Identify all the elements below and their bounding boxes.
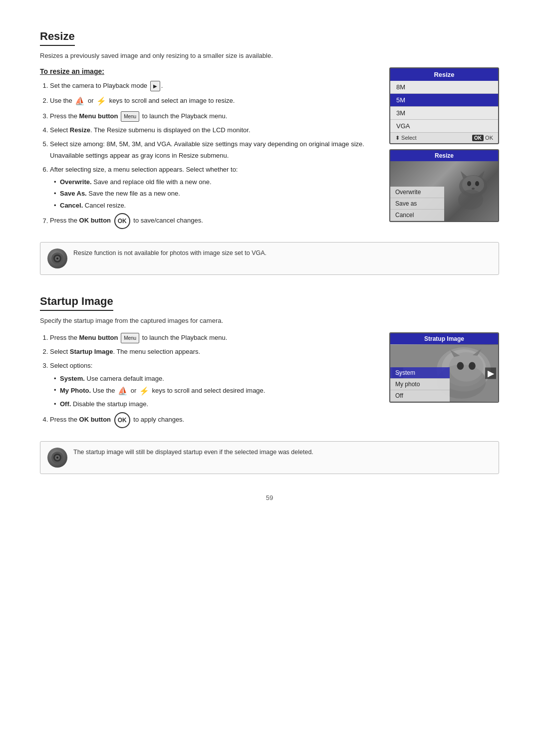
startup-bullet-off: Off. Disable the startup image.: [54, 399, 377, 409]
svg-marker-3: [478, 171, 485, 178]
camera-icon: [50, 251, 65, 266]
startup-bullet-myphoto: My Photo. Use the ⛵ or ⚡ keys to scroll …: [54, 385, 377, 397]
page-number: 59: [40, 494, 499, 502]
resize-bullet-overwrite: Overwrite. Save and replace old file wit…: [54, 177, 377, 187]
resize-title: Resize: [40, 30, 75, 46]
startup-scroll-left: ⛵: [118, 385, 128, 397]
resize-note-text: Resize function is not available for pho…: [73, 249, 267, 258]
startup-two-col: Press the Menu button Menu to launch the…: [40, 332, 499, 431]
resize-panel-2-title: Resize: [390, 150, 498, 161]
startup-menu-myphoto: My photo: [390, 379, 450, 390]
resize-step-3: Press the Menu button Menu to launch the…: [50, 111, 377, 122]
resize-step-1: Set the camera to Playback mode ▶.: [50, 80, 377, 91]
resize-left-content: To resize an image: Set the camera to Pl…: [40, 67, 377, 232]
resize-panel-1-title: Resize: [390, 68, 498, 81]
playback-icon: ▶: [150, 81, 160, 91]
startup-step-2: Select Startup Image. The menu selection…: [50, 346, 377, 357]
resize-intro: Resizes a previously saved image and onl…: [40, 52, 499, 59]
resize-menu-3m: 3M: [390, 107, 498, 120]
resize-overlay-menu: Overwrite Save as Cancel: [390, 187, 444, 221]
startup-left-col: Press the Menu button Menu to launch the…: [40, 332, 377, 431]
startup-right-col: Stratup Image ◀: [389, 332, 499, 403]
svg-point-11: [56, 257, 58, 259]
svg-point-6: [472, 188, 475, 190]
startup-photo-area: ◀ ▶ System My photo Off: [390, 344, 498, 402]
startup-note-text: The startup image will still be displaye…: [73, 448, 313, 457]
resize-menu-8m: 8M: [390, 81, 498, 94]
startup-panel: Stratup Image ◀: [389, 332, 499, 403]
startup-step-4: Press the OK button OK to apply changes.: [50, 412, 377, 428]
scroll-icon-right: ⚡: [96, 94, 106, 108]
resize-step-2: Use the ⛵ or ⚡ keys to scroll and select…: [50, 94, 377, 108]
startup-panel-title: Stratup Image: [390, 333, 498, 344]
startup-intro: Specify the startup image from the captu…: [40, 317, 499, 324]
startup-menu-system: System: [390, 367, 450, 379]
ok-label: OK OK: [472, 135, 493, 141]
startup-scroll-right: ⚡: [139, 385, 149, 397]
resize-bullet-cancel: Cancel. Cancel resize.: [54, 201, 377, 211]
scroll-icon-left: ⛵: [75, 94, 85, 108]
startup-bullet-system: System. Use camera default image.: [54, 374, 377, 384]
svg-point-5: [475, 181, 479, 186]
startup-step-1: Press the Menu button Menu to launch the…: [50, 332, 377, 343]
select-label: ⬍ Select: [395, 135, 417, 141]
resize-step-4: Select Resize. The Resize submenu is dis…: [50, 125, 377, 136]
overlay-saveas: Save as: [390, 198, 444, 210]
cat-silhouette-icon: [443, 164, 493, 214]
overlay-overwrite: Overwrite: [390, 187, 444, 198]
startup-nav-right-icon: ▶: [485, 367, 496, 379]
startup-menu-off: Off: [390, 390, 450, 402]
resize-note-box: Resize function is not available for pho…: [40, 242, 499, 275]
startup-camera-icon: [50, 450, 65, 465]
resize-bullets: Overwrite. Save and replace old file wit…: [50, 177, 377, 211]
note-icon: [47, 249, 67, 268]
startup-ok-button-icon: OK: [114, 412, 130, 428]
startup-note-icon: [47, 448, 67, 468]
svg-point-7: [458, 190, 483, 210]
startup-steps-list: Press the Menu button Menu to launch the…: [40, 332, 377, 428]
menu-icon: Menu: [121, 111, 139, 122]
resize-steps-list: Set the camera to Playback mode ▶. Use t…: [40, 80, 377, 229]
startup-title: Startup Image: [40, 295, 113, 311]
resize-step-7: Press the OK button OK to save/cancel ch…: [50, 213, 377, 229]
ok-button-icon: OK: [114, 213, 130, 229]
svg-point-24: [56, 457, 58, 459]
startup-menu-icon: Menu: [121, 333, 139, 343]
resize-step-5: Select size among: 8M, 5M, 3M, and VGA. …: [50, 139, 377, 161]
startup-note-box: The startup image will still be displaye…: [40, 441, 499, 474]
or-text: or: [88, 97, 94, 104]
resize-photo-area: Overwrite Save as Cancel: [390, 161, 498, 221]
svg-point-4: [467, 181, 471, 186]
resize-bullet-saveas: Save As. Save the new file as a new one.: [54, 189, 377, 199]
svg-point-19: [457, 362, 464, 370]
svg-point-20: [469, 362, 476, 370]
startup-bullets: System. Use camera default image. My Pho…: [50, 374, 377, 409]
resize-sub-heading: To resize an image:: [40, 67, 377, 75]
ok-box-icon: OK: [472, 135, 484, 141]
startup-overlay-menu: System My photo Off: [390, 367, 450, 402]
resize-right-panels: Resize 8M 5M 3M VGA ⬍ Select OK OK Resiz…: [389, 67, 499, 222]
startup-step-3: Select options: System. Use camera defau…: [50, 360, 377, 409]
resize-step-6: After selecting size, a menu selection a…: [50, 164, 377, 211]
resize-panel-2: Resize Overwrit: [389, 149, 499, 222]
resize-menu-5m: 5M: [390, 94, 498, 107]
overlay-cancel: Cancel: [390, 210, 444, 221]
resize-panel-1: Resize 8M 5M 3M VGA ⬍ Select OK OK: [389, 67, 499, 144]
resize-panel-1-footer: ⬍ Select OK OK: [390, 133, 498, 143]
resize-menu-vga: VGA: [390, 120, 498, 133]
